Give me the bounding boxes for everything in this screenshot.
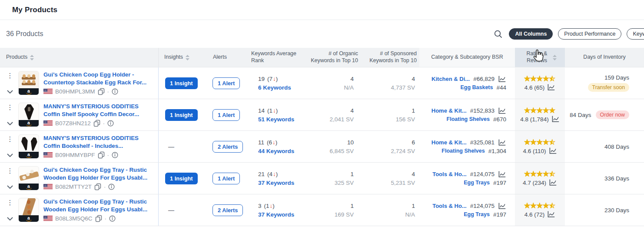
- col-header-rating-reviews[interactable]: Rating & Reviews: [515, 48, 565, 67]
- alert-button[interactable]: 1 Alert: [212, 77, 240, 89]
- insight-button[interactable]: 1 Insight: [165, 109, 198, 121]
- rating-text: 4.8 (1,784): [520, 116, 548, 123]
- product-info: Gui's Chicken Coop Egg Holder - Countert…: [43, 71, 158, 95]
- product-title-link[interactable]: Gui's Chicken Coop Egg Holder - Countert…: [43, 71, 155, 86]
- subcategory-link[interactable]: Egg Trays: [464, 211, 490, 217]
- copy-icon[interactable]: [98, 88, 105, 95]
- sort-icon[interactable]: [553, 55, 557, 60]
- bsr-chart-icon[interactable]: [498, 203, 506, 210]
- category-link[interactable]: Tools & Ho...: [432, 171, 466, 177]
- copy-icon[interactable]: [98, 151, 105, 159]
- alerts-cell: 1 Alert: [204, 163, 248, 194]
- keywords-cell: 3(1↓) 37 Keywords: [248, 194, 304, 226]
- thumbnail-art: [19, 198, 39, 215]
- bsr-chart-icon[interactable]: [498, 107, 506, 114]
- chevron-down-icon[interactable]: [7, 122, 13, 126]
- table-row: ⋮ a Gui's Chicken Coop Egg Tray - Rustic…: [0, 194, 644, 226]
- sponsored-top10-value: 4: [412, 76, 415, 82]
- keywords-link[interactable]: 44 Keywords: [258, 148, 304, 154]
- product-performance-button[interactable]: Product Performance: [558, 28, 621, 40]
- col-header-days-of-inventory: Days of Inventory: [565, 48, 644, 67]
- organic-cell: 4N/A: [304, 67, 361, 99]
- copy-icon[interactable]: [95, 215, 102, 222]
- avg-rank: 11(6↓): [258, 139, 304, 146]
- alert-button[interactable]: 1 Alert: [212, 109, 240, 121]
- all-columns-button[interactable]: All Columns: [509, 28, 553, 40]
- category-link[interactable]: Home & Kit...: [432, 139, 467, 146]
- rating-chart-icon[interactable]: [549, 179, 557, 186]
- amazon-badge: a: [19, 88, 39, 95]
- rating-chart-icon[interactable]: [551, 116, 560, 123]
- info-icon[interactable]: [112, 152, 118, 158]
- search-icon[interactable]: [494, 30, 503, 39]
- info-icon[interactable]: [109, 215, 116, 222]
- row-menu-icon[interactable]: ⋮: [7, 199, 13, 206]
- sponsored-top10-value: 1: [412, 107, 415, 114]
- alert-button[interactable]: 2 Alerts: [212, 204, 243, 216]
- star-rating: ★★★★★★★★★★: [524, 202, 555, 210]
- organic-top10-value: 10: [347, 139, 354, 146]
- info-icon[interactable]: [107, 120, 114, 127]
- alert-button[interactable]: 2 Alerts: [212, 141, 243, 153]
- subcategory-link[interactable]: Floating Shelves: [447, 116, 490, 122]
- subcategory-link[interactable]: Floating Shelves: [442, 148, 485, 154]
- subcategory-link[interactable]: Egg Trays: [464, 180, 490, 186]
- keywords-link[interactable]: 37 Keywords: [258, 180, 304, 186]
- keywords-link[interactable]: 6 Keywords: [258, 84, 304, 91]
- row-controls: ⋮: [6, 199, 14, 221]
- inventory-cell: 84 DaysOrder now: [565, 99, 644, 130]
- thumbnail-art: [19, 71, 39, 88]
- alert-button[interactable]: 1 Alert: [212, 173, 240, 184]
- chevron-down-icon[interactable]: [7, 217, 13, 221]
- organic-cell: 1169 SV: [304, 194, 361, 226]
- us-flag-icon: [43, 216, 53, 221]
- insight-button[interactable]: 1 Insight: [165, 77, 198, 89]
- info-icon[interactable]: [108, 184, 115, 190]
- product-thumbnail: a: [18, 71, 39, 95]
- row-menu-icon[interactable]: ⋮: [7, 136, 13, 142]
- bsr-chart-icon[interactable]: [498, 76, 506, 83]
- chevron-down-icon[interactable]: [7, 90, 13, 94]
- category-link[interactable]: Home & Kit...: [432, 107, 467, 114]
- keywords-link[interactable]: 51 Keywords: [258, 116, 304, 123]
- bsr-chart-icon[interactable]: [498, 171, 506, 178]
- rating-chart-icon[interactable]: [549, 147, 557, 154]
- rating-chart-icon[interactable]: [547, 211, 555, 218]
- copy-icon[interactable]: [94, 183, 101, 190]
- inventory-days: 84 Days: [570, 112, 591, 118]
- page-header: My Products: [0, 0, 644, 20]
- row-menu-icon[interactable]: ⋮: [7, 167, 13, 174]
- product-title-link[interactable]: MANNY'S MYSTERIOUS ODDITIES Coffin Books…: [43, 134, 155, 150]
- copy-icon[interactable]: [93, 120, 100, 127]
- sort-icon[interactable]: [186, 55, 189, 60]
- col-header-insights[interactable]: Insights: [159, 48, 204, 67]
- sponsored-top10-value: 4: [412, 171, 415, 177]
- col-header-products[interactable]: Products: [0, 48, 159, 67]
- bsr-chart-icon[interactable]: [498, 139, 506, 146]
- chevron-down-icon[interactable]: [7, 154, 13, 157]
- product-title-link[interactable]: Gui's Chicken Coop Egg Tray - Rustic Woo…: [43, 198, 155, 213]
- row-menu-icon[interactable]: ⋮: [7, 104, 13, 110]
- category-link[interactable]: Tools & Ho...: [432, 203, 466, 209]
- insight-button[interactable]: 1 Insight: [165, 173, 198, 184]
- product-title-link[interactable]: Gui's Chicken Coop Egg Tray - Rustic Woo…: [43, 166, 155, 181]
- category-link[interactable]: Kitchen & Di...: [432, 76, 470, 82]
- subcategory-link[interactable]: Egg Baskets: [460, 84, 493, 90]
- sponsored-top10-value: 6: [412, 139, 415, 146]
- inventory-days: 336 Days: [604, 175, 629, 182]
- organic-sv-value: 6,845 SV: [329, 148, 354, 154]
- info-icon[interactable]: [112, 88, 118, 95]
- rating-chart-icon[interactable]: [547, 84, 555, 91]
- organic-sv-value: 169 SV: [335, 211, 354, 218]
- chevron-down-icon[interactable]: [7, 185, 13, 189]
- keywords-link[interactable]: 37 Keywords: [258, 211, 304, 218]
- row-menu-icon[interactable]: ⋮: [7, 72, 13, 79]
- thumbnail-art: [19, 135, 39, 152]
- product-title-link[interactable]: MANNY'S MYSTERIOUS ODDITIES Coffin Shelf…: [43, 103, 155, 118]
- sponsored-sv-value: 5,231 SV: [391, 180, 415, 186]
- col-header-sponsored-top10: # of Sponsored Keywords in Top 10: [361, 48, 419, 67]
- sort-icon[interactable]: [30, 55, 34, 60]
- sponsored-cell: 1156 SV: [361, 99, 419, 130]
- product-asin: B07Z8HN212: [55, 120, 91, 127]
- keywords-pill-button[interactable]: Keywo: [627, 28, 644, 40]
